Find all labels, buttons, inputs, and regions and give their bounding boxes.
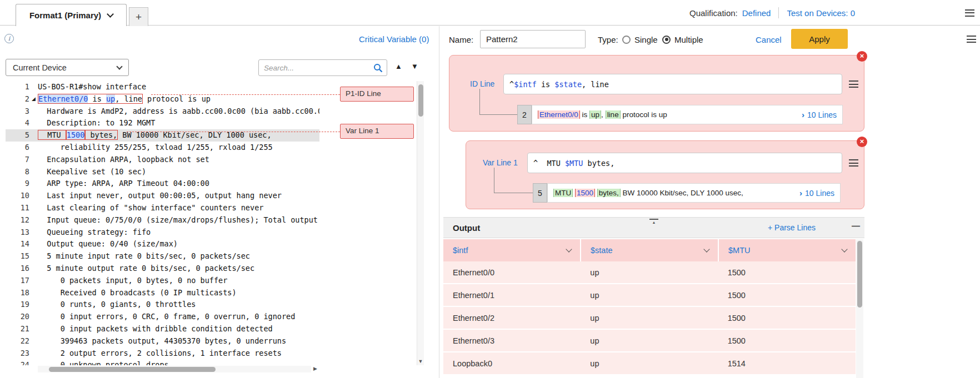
scrollbar-thumb[interactable] [857, 241, 862, 308]
code-token: reliability 255/255, txload 1/255, rxloa… [38, 143, 273, 152]
minimize-icon[interactable]: — [852, 221, 860, 230]
code-line[interactable]: 1US-BOS-R1#show interface [6, 81, 319, 93]
line-number: 10 [6, 190, 38, 202]
output-row[interactable]: Loopback0up1514 [443, 352, 856, 375]
code-line[interactable]: 18 Received 0 broadcasts (0 IP multicast… [6, 287, 319, 299]
device-dropdown-value: Current Device [13, 63, 67, 72]
chevron-down-icon[interactable] [566, 246, 572, 252]
panel-divider [439, 26, 439, 378]
search-icon[interactable] [373, 63, 383, 73]
cancel-button[interactable]: Cancel [756, 35, 782, 44]
menu-icon[interactable] [965, 9, 974, 17]
scroll-down-icon[interactable]: ▼ [417, 359, 424, 364]
callout-var-line[interactable]: Var Line 1 [340, 124, 414, 139]
var-line-count-link[interactable]: › 10 Lines [799, 188, 834, 198]
test-on-devices-link[interactable]: Test on Devices: 0 [787, 8, 855, 18]
pattern-name-input[interactable] [480, 30, 586, 48]
connector [494, 168, 494, 193]
search-next-button[interactable]: ▼ [411, 62, 418, 70]
device-dropdown[interactable]: Current Device [6, 59, 129, 76]
code-line[interactable]: 22 399463 packets output, 44305370 bytes… [6, 335, 319, 347]
tab-format1-primary[interactable]: Format1 (Primary) [16, 4, 127, 26]
line-number: 11 [6, 202, 38, 214]
code-line[interactable]: 9 ARP type: ARPA, ARP Timeout 04:00:00 [6, 178, 319, 190]
code-line[interactable]: 12 Input queue: 0/75/0/0 (size/max/drops… [6, 214, 319, 226]
code-token: 5 minute output rate 0 bits/sec, 0 packe… [38, 264, 254, 273]
fold-marker-slot [29, 190, 38, 202]
code-line[interactable]: 2◢Ethernet0/0 is up, line protocol is up [6, 93, 319, 105]
chevron-down-icon[interactable] [841, 246, 847, 252]
search-input[interactable] [259, 64, 373, 72]
line-number: 3 [6, 105, 38, 118]
output-column-header[interactable]: $intf [443, 239, 581, 261]
code-line[interactable]: 11 Last clearing of "show interface" cou… [6, 202, 319, 214]
line-number: 13 [6, 226, 38, 239]
menu-icon[interactable] [849, 80, 858, 88]
var-line-regex-input[interactable]: ^ MTU $MTU bytes, [527, 153, 842, 173]
search-prev-button[interactable]: ▲ [395, 62, 402, 70]
output-column-header[interactable]: $MTU [719, 239, 856, 261]
code-line[interactable]: 10 Last input never, output 00:00:05, ou… [6, 190, 319, 202]
critical-variable-link[interactable]: Critical Variable (0) [359, 34, 429, 44]
id-line-preview[interactable]: Ethernet0/0 is up, line protocol is up ›… [532, 105, 843, 124]
callout-id-line[interactable]: P1-ID Line [340, 87, 414, 102]
menu-icon[interactable] [849, 159, 858, 167]
scroll-right-icon[interactable]: ▶ [313, 366, 317, 371]
code-line[interactable]: 3 Hardware is AmdP2, address is aabb.cc0… [6, 105, 319, 118]
code-line[interactable]: 15 5 minute input rate 0 bits/sec, 0 pac… [6, 250, 319, 263]
code-line[interactable]: 6 reliability 255/255, txload 1/255, rxl… [6, 142, 319, 154]
code-editor[interactable]: 1US-BOS-R1#show interface2◢Ethernet0/0 i… [6, 81, 319, 365]
menu-icon[interactable] [967, 36, 976, 43]
fold-marker-slot [29, 214, 38, 226]
fold-marker-slot [29, 129, 38, 142]
output-row[interactable]: Ethernet0/2up1500 [443, 307, 856, 330]
code-line[interactable]: 16 5 minute output rate 0 bits/sec, 0 pa… [6, 263, 319, 275]
output-row[interactable]: Ethernet0/1up1500 [443, 284, 856, 307]
collapse-handle-icon[interactable]: ▲ [649, 219, 658, 224]
editor-vertical-scrollbar[interactable]: ▼ [417, 81, 424, 365]
info-icon[interactable]: i [4, 34, 14, 43]
column-label: $state [591, 246, 613, 255]
code-token: 1500 [575, 189, 595, 197]
apply-button[interactable]: Apply [791, 29, 848, 49]
editor-horizontal-scrollbar[interactable] [38, 366, 311, 372]
code-line[interactable]: 7 Encapsulation ARPA, loopback not set [6, 154, 319, 166]
output-row[interactable]: Ethernet0/0up1500 [443, 261, 856, 284]
fold-marker-slot [29, 323, 38, 335]
scrollbar-thumb[interactable] [418, 84, 423, 117]
add-tab-button[interactable]: + [129, 7, 148, 26]
chevron-down-icon[interactable] [703, 246, 709, 252]
code-line[interactable]: 20 0 input errors, 0 CRC, 0 frame, 0 ove… [6, 311, 319, 323]
code-line[interactable]: 8 Keepalive set (10 sec) [6, 166, 319, 178]
code-line[interactable]: 19 0 runts, 0 giants, 0 throttles [6, 299, 319, 311]
code-line[interactable]: 13 Queueing strategy: fifo [6, 226, 319, 239]
var-line-number: 5 [533, 183, 547, 203]
fold-marker-icon[interactable]: ◢ [29, 93, 38, 105]
close-icon[interactable]: × [857, 137, 867, 147]
code-line[interactable]: 4 Description: to 192 MGMT [6, 117, 319, 129]
var-line-preview[interactable]: MTU 1500 bytes, BW 10000 Kbit/sec, DLY 1… [547, 183, 841, 203]
var-line-preview-text: MTU 1500 bytes, BW 10000 Kbit/sec, DLY 1… [553, 189, 743, 197]
code-line[interactable]: 21 0 input packets with dribble conditio… [6, 323, 319, 335]
fold-marker-slot [29, 117, 38, 129]
output-row[interactable]: Ethernet0/3up1500 [443, 330, 856, 352]
code-line[interactable]: 23 2 output errors, 2 collisions, 1 inte… [6, 347, 319, 360]
code-token: is [537, 80, 555, 89]
radio-multiple[interactable]: Multiple [662, 31, 703, 48]
output-scrollbar[interactable] [856, 239, 863, 378]
radio-single[interactable]: Single [622, 31, 658, 48]
scrollbar-thumb[interactable] [49, 367, 216, 372]
close-icon[interactable]: × [857, 51, 867, 62]
id-line-count-link[interactable]: › 10 Lines [802, 110, 837, 119]
code-line[interactable]: 24 0 unknown protocol drops [6, 359, 319, 365]
parse-lines-link[interactable]: + Parse Lines [768, 223, 816, 232]
code-token: $intf [514, 80, 537, 89]
output-column-header[interactable]: $state [581, 239, 719, 261]
fold-marker-slot [29, 166, 38, 178]
code-line[interactable]: 14 Output queue: 0/40 (size/max) [6, 238, 319, 250]
output-cell: Ethernet0/1 [443, 291, 581, 300]
code-line[interactable]: 17 0 packets input, 0 bytes, 0 no buffer [6, 275, 319, 287]
id-line-regex-input[interactable]: ^$intf is $state, line [503, 74, 842, 94]
qualification-value-link[interactable]: Defined [742, 8, 771, 18]
line-number: 7 [6, 154, 38, 166]
